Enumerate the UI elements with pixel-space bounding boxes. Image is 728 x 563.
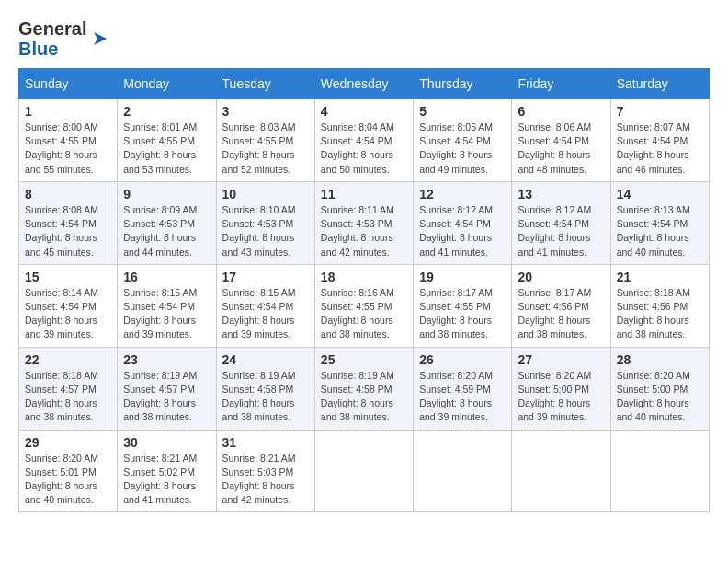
day-info: Sunrise: 8:18 AMSunset: 4:57 PMDaylight:…: [25, 369, 111, 425]
calendar-cell: 23Sunrise: 8:19 AMSunset: 4:57 PMDayligh…: [118, 347, 216, 430]
day-info: Sunrise: 8:19 AMSunset: 4:58 PMDaylight:…: [222, 369, 309, 425]
day-number: 9: [123, 187, 210, 201]
weekday-header-wednesday: Wednesday: [314, 69, 413, 99]
logo-arrow-icon: [90, 29, 110, 49]
calendar-table: SundayMondayTuesdayWednesdayThursdayFrid…: [18, 68, 710, 512]
day-info: Sunrise: 8:19 AMSunset: 4:58 PMDaylight:…: [321, 369, 407, 425]
day-number: 11: [321, 187, 407, 201]
calendar-week-row: 22Sunrise: 8:18 AMSunset: 4:57 PMDayligh…: [19, 347, 710, 430]
day-number: 12: [419, 187, 506, 201]
day-number: 19: [419, 270, 506, 284]
weekday-header-tuesday: Tuesday: [216, 69, 314, 99]
day-info: Sunrise: 8:06 AMSunset: 4:54 PMDaylight:…: [518, 121, 604, 177]
day-info: Sunrise: 8:12 AMSunset: 4:54 PMDaylight:…: [518, 203, 604, 259]
calendar-cell: 22Sunrise: 8:18 AMSunset: 4:57 PMDayligh…: [19, 347, 118, 430]
calendar-cell: 15Sunrise: 8:14 AMSunset: 4:54 PMDayligh…: [19, 264, 118, 347]
day-number: 27: [518, 352, 604, 367]
day-info: Sunrise: 8:15 AMSunset: 4:54 PMDaylight:…: [123, 286, 210, 342]
calendar-cell: 31Sunrise: 8:21 AMSunset: 5:03 PMDayligh…: [216, 430, 314, 512]
weekday-header-monday: Monday: [118, 69, 216, 99]
day-info: Sunrise: 8:20 AMSunset: 4:59 PMDaylight:…: [419, 369, 506, 425]
day-info: Sunrise: 8:09 AMSunset: 4:53 PMDaylight:…: [123, 203, 210, 259]
logo-container: General Blue: [18, 18, 110, 59]
day-info: Sunrise: 8:21 AMSunset: 5:03 PMDaylight:…: [222, 452, 309, 508]
calendar-cell: 24Sunrise: 8:19 AMSunset: 4:58 PMDayligh…: [216, 347, 314, 430]
day-number: 4: [321, 104, 407, 119]
day-number: 7: [617, 104, 703, 119]
day-info: Sunrise: 8:05 AMSunset: 4:54 PMDaylight:…: [419, 121, 506, 177]
day-number: 16: [123, 270, 210, 284]
day-info: Sunrise: 8:01 AMSunset: 4:55 PMDaylight:…: [123, 121, 210, 177]
calendar-cell: 6Sunrise: 8:06 AMSunset: 4:54 PMDaylight…: [512, 99, 610, 182]
calendar-cell: 3Sunrise: 8:03 AMSunset: 4:55 PMDaylight…: [216, 99, 314, 182]
calendar-cell: 1Sunrise: 8:00 AMSunset: 4:55 PMDaylight…: [19, 99, 118, 182]
calendar-cell: 8Sunrise: 8:08 AMSunset: 4:54 PMDaylight…: [19, 181, 118, 264]
day-number: 13: [518, 187, 604, 201]
weekday-header-saturday: Saturday: [610, 69, 709, 99]
calendar-week-row: 29Sunrise: 8:20 AMSunset: 5:01 PMDayligh…: [19, 430, 710, 512]
logo: General Blue: [18, 18, 110, 59]
day-number: 25: [321, 352, 407, 367]
calendar-cell: 13Sunrise: 8:12 AMSunset: 4:54 PMDayligh…: [512, 181, 610, 264]
day-info: Sunrise: 8:20 AMSunset: 5:01 PMDaylight:…: [25, 452, 111, 508]
day-info: Sunrise: 8:20 AMSunset: 5:00 PMDaylight:…: [518, 369, 604, 425]
day-number: 1: [25, 104, 111, 119]
calendar-cell: [314, 430, 413, 512]
weekday-header-thursday: Thursday: [414, 69, 512, 99]
calendar-cell: 28Sunrise: 8:20 AMSunset: 5:00 PMDayligh…: [610, 347, 709, 430]
calendar-cell: 4Sunrise: 8:04 AMSunset: 4:54 PMDaylight…: [314, 99, 413, 182]
page-header: General Blue: [18, 18, 710, 59]
calendar-cell: 12Sunrise: 8:12 AMSunset: 4:54 PMDayligh…: [414, 181, 512, 264]
calendar-cell: 29Sunrise: 8:20 AMSunset: 5:01 PMDayligh…: [19, 430, 118, 512]
calendar-cell: [512, 430, 610, 512]
calendar-cell: 19Sunrise: 8:17 AMSunset: 4:55 PMDayligh…: [414, 264, 512, 347]
day-info: Sunrise: 8:00 AMSunset: 4:55 PMDaylight:…: [25, 121, 111, 177]
day-number: 23: [123, 352, 210, 367]
day-number: 5: [419, 104, 506, 119]
calendar-header: SundayMondayTuesdayWednesdayThursdayFrid…: [19, 69, 710, 99]
day-number: 14: [617, 187, 703, 201]
day-number: 20: [518, 270, 604, 284]
calendar-cell: 7Sunrise: 8:07 AMSunset: 4:54 PMDaylight…: [610, 99, 709, 182]
calendar-cell: 9Sunrise: 8:09 AMSunset: 4:53 PMDaylight…: [118, 181, 216, 264]
calendar-week-row: 15Sunrise: 8:14 AMSunset: 4:54 PMDayligh…: [19, 264, 710, 347]
weekday-header-friday: Friday: [512, 69, 610, 99]
calendar-cell: 18Sunrise: 8:16 AMSunset: 4:55 PMDayligh…: [314, 264, 413, 347]
day-info: Sunrise: 8:04 AMSunset: 4:54 PMDaylight:…: [321, 121, 407, 177]
logo-general: General: [18, 18, 86, 39]
calendar-cell: 26Sunrise: 8:20 AMSunset: 4:59 PMDayligh…: [414, 347, 512, 430]
day-number: 26: [419, 352, 506, 367]
calendar-week-row: 8Sunrise: 8:08 AMSunset: 4:54 PMDaylight…: [19, 181, 710, 264]
day-number: 30: [123, 435, 210, 450]
day-number: 24: [222, 352, 309, 367]
calendar-cell: 5Sunrise: 8:05 AMSunset: 4:54 PMDaylight…: [414, 99, 512, 182]
day-info: Sunrise: 8:14 AMSunset: 4:54 PMDaylight:…: [25, 286, 111, 342]
calendar-cell: 16Sunrise: 8:15 AMSunset: 4:54 PMDayligh…: [118, 264, 216, 347]
day-info: Sunrise: 8:07 AMSunset: 4:54 PMDaylight:…: [617, 121, 703, 177]
calendar-week-row: 1Sunrise: 8:00 AMSunset: 4:55 PMDaylight…: [19, 99, 710, 182]
day-info: Sunrise: 8:19 AMSunset: 4:57 PMDaylight:…: [123, 369, 210, 425]
svg-marker-0: [94, 32, 107, 45]
day-number: 6: [518, 104, 604, 119]
day-number: 21: [617, 270, 703, 284]
day-info: Sunrise: 8:17 AMSunset: 4:56 PMDaylight:…: [518, 286, 604, 342]
day-number: 8: [25, 187, 111, 201]
logo-blue: Blue: [18, 39, 86, 59]
day-number: 3: [222, 104, 309, 119]
calendar-cell: [414, 430, 512, 512]
weekday-header-sunday: Sunday: [19, 69, 118, 99]
day-info: Sunrise: 8:03 AMSunset: 4:55 PMDaylight:…: [222, 121, 309, 177]
day-info: Sunrise: 8:08 AMSunset: 4:54 PMDaylight:…: [25, 203, 111, 259]
day-number: 2: [123, 104, 210, 119]
day-number: 22: [25, 352, 111, 367]
calendar-cell: 14Sunrise: 8:13 AMSunset: 4:54 PMDayligh…: [610, 181, 709, 264]
day-info: Sunrise: 8:11 AMSunset: 4:53 PMDaylight:…: [321, 203, 407, 259]
calendar-cell: 11Sunrise: 8:11 AMSunset: 4:53 PMDayligh…: [314, 181, 413, 264]
day-info: Sunrise: 8:20 AMSunset: 5:00 PMDaylight:…: [617, 369, 703, 425]
calendar-cell: 25Sunrise: 8:19 AMSunset: 4:58 PMDayligh…: [314, 347, 413, 430]
calendar-cell: 30Sunrise: 8:21 AMSunset: 5:02 PMDayligh…: [118, 430, 216, 512]
day-info: Sunrise: 8:12 AMSunset: 4:54 PMDaylight:…: [419, 203, 506, 259]
day-info: Sunrise: 8:13 AMSunset: 4:54 PMDaylight:…: [617, 203, 703, 259]
day-number: 18: [321, 270, 407, 284]
day-number: 15: [25, 270, 111, 284]
